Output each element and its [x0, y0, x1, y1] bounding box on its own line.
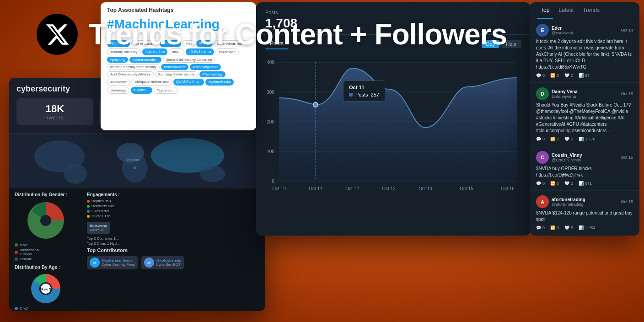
age-pie: Likes 57	[30, 273, 62, 305]
views-icon-1: 📊	[579, 73, 584, 78]
reply-icon-2: 💬	[536, 137, 541, 141]
like-icon-3: 🤍	[564, 181, 569, 186]
replies-dot	[87, 200, 90, 203]
engagements-section: Engagements : Replies 358 Retweets 6091	[87, 192, 261, 218]
tweet-author-row-1: E Eder @eyekwasi Oct 14	[536, 24, 633, 37]
action-like-4[interactable]: 🤍 5	[564, 225, 573, 230]
avatar-4: A	[536, 195, 549, 208]
svg-text:Oct 16: Oct 16	[501, 186, 515, 191]
tweets-num: 18K	[23, 103, 87, 115]
contributors-row: @ @cybersec_feeds Cyber Security Feed @ …	[87, 256, 261, 269]
tweet-date-3: Oct 15	[621, 155, 633, 160]
svg-point-8	[151, 138, 224, 173]
legend-female: Female	[15, 257, 76, 261]
svg-text:0: 0	[272, 179, 274, 184]
reply-icon-4: 💬	[536, 225, 541, 230]
tag-senior: Senior Cybersecurity Consultant	[163, 57, 215, 63]
action-like-2[interactable]: 🤍 2	[564, 137, 573, 141]
tooltip-row: Posts 257	[349, 92, 379, 97]
tweet-actions-4: 💬 0 🔁 0 🤍 5 📊 1,054	[536, 225, 633, 230]
legend-age-1: 24x64	[15, 306, 76, 311]
tweet-text-2: Should You Buy #Nvidia Stock Before Oct.…	[536, 102, 633, 134]
age-title: Distribution By Age :	[15, 265, 76, 270]
contrib-info-1: @cybersec_feeds Cyber Security Feed	[102, 258, 135, 267]
tweet-author-row-3: C Cousin_Vinny @Couzin_Vinny Oct 15	[536, 151, 633, 164]
top-cities: Top 3 Cities 1 Hyd...	[87, 242, 261, 246]
biz-dot	[15, 251, 18, 254]
header: Trends for Content + Followers	[37, 14, 507, 55]
action-like-1[interactable]: 🤍 0	[564, 73, 573, 78]
tag-breaking: #BreakingNews	[190, 64, 221, 70]
action-like-3[interactable]: 🤍 2	[564, 181, 573, 186]
tweet-author-row-4: A afortunetrading @afortunetrading Oct 1…	[536, 195, 633, 208]
action-reply-1[interactable]: 💬 0	[536, 73, 545, 78]
action-views-4: 📊 1,054	[579, 225, 596, 230]
female-dot	[15, 258, 18, 261]
world-map-svg: Botswana	[9, 134, 265, 188]
eng-replies: Replies 358	[87, 199, 261, 203]
action-rt-4[interactable]: 🔁 0	[550, 225, 559, 230]
tweet-date-4: Oct 15	[621, 199, 633, 204]
action-reply-2[interactable]: 💬 0	[536, 137, 545, 141]
tweet-3: C Cousin_Vinny @Couzin_Vinny Oct 15 $NVD…	[530, 146, 639, 191]
chart-svg: 400 300 200 100 0 Oct 10 Oct 11 Oct 1	[261, 53, 526, 209]
tweets-stat: 18K Tweets	[16, 98, 93, 125]
tab-latest[interactable]: Latest	[555, 2, 577, 19]
svg-text:Likes 57: Likes 57	[38, 287, 53, 291]
tag-joint: Joint Cybersecurity Advisory	[107, 71, 154, 77]
x-icon	[45, 22, 70, 47]
like-icon-1: 🤍	[564, 73, 569, 78]
author-info-4: afortunetrading @afortunetrading	[552, 197, 618, 207]
author-handle-3: @Couzin_Vinny	[552, 158, 618, 162]
contrib-2: @ @hotcybersec CyberSec BOT	[141, 256, 184, 269]
author-name-2: Danny Vena	[552, 89, 618, 94]
reply-icon-1: 💬	[536, 73, 541, 78]
svg-text:400: 400	[267, 60, 274, 65]
action-rt-2[interactable]: 🔁 2	[550, 137, 559, 141]
eng-retweets: Retweets 6091	[87, 204, 261, 208]
action-views-1: 📊 67	[579, 73, 590, 78]
tweet-1: E Eder @eyekwasi Oct 14 It took me 2 day…	[530, 19, 639, 83]
action-reply-3[interactable]: 💬 0	[536, 181, 545, 186]
tag-whitepaper: whitepaper defines zero	[131, 79, 172, 86]
action-rt-3[interactable]: 🔁 0	[550, 181, 559, 186]
svg-text:100: 100	[267, 149, 274, 154]
tweet-date-1: Oct 14	[621, 28, 633, 32]
tweet-text-3: $NVDA buy ORDER blocks https://t.co/DjHw…	[536, 166, 633, 178]
author-info-1: Eder @eyekwasi	[552, 26, 618, 35]
chart-tooltip: Oct 11 Posts 257	[343, 80, 385, 102]
avatar-2: D	[536, 87, 549, 100]
tab-top[interactable]: Top	[537, 2, 553, 19]
eng-legend: Replies 358 Retweets 6091 Likes 5785	[87, 199, 261, 218]
retweets-dot	[87, 205, 90, 208]
svg-text:Oct 11: Oct 11	[309, 186, 322, 191]
legend-businesses: Businesses/Groups	[15, 248, 76, 256]
tweet-4: A afortunetrading @afortunetrading Oct 1…	[530, 191, 639, 234]
contrib-avatar-1: @	[90, 258, 100, 268]
reply-icon-3: 💬	[536, 181, 541, 186]
tab-trends[interactable]: Trends	[579, 2, 603, 19]
author-handle-1: @eyekwasi	[552, 31, 618, 35]
eng-likes: Likes 5785	[87, 209, 261, 213]
tweet-2: D Danny Vena @dannyvena Oct 15 Should Yo…	[530, 83, 639, 146]
action-views-3: 📊 671	[579, 181, 592, 186]
eng-title: Engagements :	[87, 192, 261, 197]
tag-cybes: #CybeS...	[131, 87, 152, 94]
age-pie-svg: Likes 57	[30, 273, 62, 305]
action-rt-1[interactable]: 🔁 0	[550, 73, 559, 78]
tag-ransomware: #ransomware	[161, 64, 188, 70]
svg-text:Oct 12: Oct 12	[345, 186, 359, 191]
right-panels: Engagements : Replies 358 Retweets 6091	[82, 188, 265, 294]
views-icon-4: 📊	[579, 225, 584, 230]
author-handle-4: @afortunetrading	[552, 202, 618, 207]
svg-text:Oct 15: Oct 15	[460, 186, 473, 191]
author-info-3: Cousin_Vinny @Couzin_Vinny	[552, 153, 618, 162]
tweet-text-4: $NVDA $124-120 range potential and great…	[536, 210, 633, 223]
action-reply-4[interactable]: 💬 0	[536, 225, 545, 230]
svg-text:Oct 14: Oct 14	[419, 186, 432, 191]
views-icon-2: 📊	[579, 137, 584, 141]
contributors-title: Top Contributors	[87, 247, 261, 253]
contrib-avatar-2: @	[144, 258, 154, 268]
tooltip-metric: Posts	[355, 92, 368, 97]
tweet-actions-1: 💬 0 🔁 0 🤍 0 📊 67	[536, 73, 633, 78]
